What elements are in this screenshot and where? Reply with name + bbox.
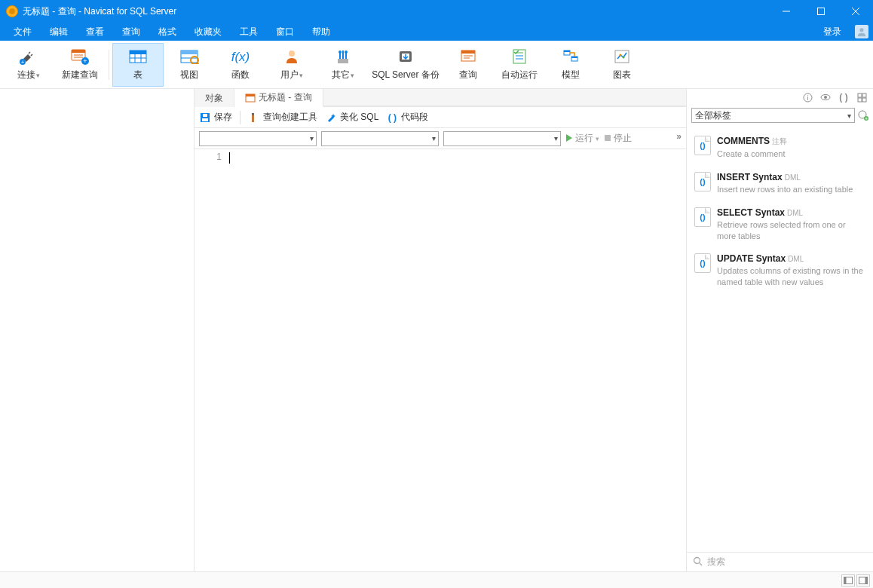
svg-line-68 [700,562,703,565]
search-icon [693,556,703,568]
search-box[interactable]: 搜索 [687,552,873,571]
svg-rect-55 [605,135,611,141]
connect-label: 连接 [17,69,35,80]
close-button[interactable] [838,0,873,23]
grid-icon[interactable] [856,92,867,103]
menu-format[interactable]: 格式 [149,23,185,41]
svg-rect-61 [862,93,866,97]
login-link[interactable]: 登录 [814,23,850,41]
beautify-button[interactable]: 美化 SQL [325,111,378,124]
beautify-icon [325,112,337,124]
right-panel: i ( ) 全部标签▾ + () COMMENTS注释Create a comm… [686,89,873,571]
dropdown-icon: ▾ [299,72,303,79]
svg-rect-70 [844,577,847,583]
combo-row: ▾ ▾ ▾ 运行 ▾ 停止 » [195,128,686,149]
new-query-label: 新建查询 [62,69,98,81]
connection-tree[interactable] [0,89,195,571]
snippet-file-icon: () [694,136,711,155]
svg-text:+: + [83,57,87,65]
chevron-down-icon: ▾ [554,134,558,142]
svg-point-25 [289,51,295,57]
info-icon[interactable]: i [802,92,813,103]
statusbar [0,571,873,588]
menu-tools[interactable]: 工具 [231,23,267,41]
snippet-file-icon: () [694,207,711,227]
backup-button[interactable]: SQL Server 备份 [369,43,443,87]
snippet-item[interactable]: () COMMENTS注释Create a comment [690,130,870,166]
query-button[interactable]: 查询 [443,43,494,87]
chevron-down-icon: ▾ [847,112,851,120]
menu-window[interactable]: 窗口 [267,23,303,41]
tag-add-icon[interactable]: + [858,110,868,121]
minimize-button[interactable] [769,0,804,23]
menu-help[interactable]: 帮助 [303,23,339,41]
svg-rect-52 [202,118,208,121]
menu-edit[interactable]: 编辑 [41,23,77,41]
code-area[interactable] [226,149,686,571]
connection-combo[interactable]: ▾ [199,131,317,146]
svg-point-48 [623,57,625,59]
svg-rect-26 [338,59,348,63]
view-button[interactable]: 视图 [164,43,215,87]
schema-combo[interactable]: ▾ [443,131,561,146]
layout-button-2[interactable] [856,574,870,586]
snippet-file-icon: () [694,253,711,273]
snippet-item[interactable]: () SELECT SyntaxDMLRetrieve rows selecte… [690,201,870,248]
stop-button[interactable]: 停止 [604,132,632,145]
snippet-item[interactable]: () UPDATE SyntaxDMLUpdates columns of ex… [690,247,870,294]
function-label: 函数 [231,69,250,81]
auto-icon [509,47,530,66]
dropdown-icon: ▾ [36,72,40,79]
query-toolbar: 保存 查询创建工具 美化 SQL ( ) 代码段 [195,107,686,128]
other-button[interactable]: 其它▾ [317,43,369,87]
user-button[interactable]: 用户▾ [266,43,317,87]
view-label: 视图 [180,69,198,81]
new-query-button[interactable]: + 新建查询 [54,43,106,87]
query-builder-button[interactable]: 查询创建工具 [248,111,317,124]
run-button[interactable]: 运行 ▾ [565,132,599,145]
snippet-list: () COMMENTS注释Create a comment () INSERT … [687,125,873,552]
svg-text:+: + [21,59,25,65]
chart-icon [611,47,633,66]
layout-button-1[interactable] [841,574,855,586]
svg-point-67 [694,557,700,563]
model-button[interactable]: 模型 [545,43,596,87]
model-icon [560,47,581,66]
tab-objects[interactable]: 对象 [195,89,234,107]
table-label: 表 [133,69,142,81]
connect-button[interactable]: + 连接▾ [3,43,54,87]
save-icon [199,112,211,124]
menu-favorites[interactable]: 收藏夹 [185,23,231,41]
menu-file[interactable]: 文件 [5,23,41,41]
snippet-button[interactable]: ( ) 代码段 [386,111,428,124]
eye-icon[interactable] [820,92,831,103]
svg-text:+: + [865,116,868,121]
function-button[interactable]: f(x) 函数 [215,43,266,87]
snippet-panel-icon[interactable]: ( ) [838,92,849,103]
sql-editor[interactable]: 1 [195,149,686,571]
tag-filter-combo[interactable]: 全部标签▾ [691,108,855,123]
maximize-button[interactable] [804,0,838,23]
save-button[interactable]: 保存 [199,111,232,124]
query-tab-icon [245,93,256,103]
menu-view[interactable]: 查看 [77,23,113,41]
table-button[interactable]: 表 [112,43,164,87]
main-toolbar: + 连接▾ + 新建查询 表 视图 f(x) 函数 用户▾ 其它▾ SQL Se… [0,41,873,89]
chart-button[interactable]: 图表 [596,43,648,87]
center-panel: 对象 无标题 - 查询 保存 查询创建工具 美化 SQL ( ) [195,89,686,571]
more-icon[interactable]: » [676,131,682,146]
svg-point-59 [824,96,827,99]
snippet-item[interactable]: () INSERT SyntaxDMLInsert new rows into … [690,166,870,201]
svg-rect-43 [564,51,570,52]
builder-icon [248,112,260,124]
chevron-down-icon: ▾ [596,135,599,142]
tab-query[interactable]: 无标题 - 查询 [234,89,323,107]
auto-run-button[interactable]: 自动运行 [494,43,545,87]
database-combo[interactable]: ▾ [321,131,439,146]
other-label: 其它 [332,69,350,80]
stop-icon [604,133,611,144]
avatar-icon[interactable] [855,25,868,38]
svg-text:f(x): f(x) [231,50,250,64]
menu-query[interactable]: 查询 [113,23,149,41]
svg-rect-38 [513,50,525,63]
